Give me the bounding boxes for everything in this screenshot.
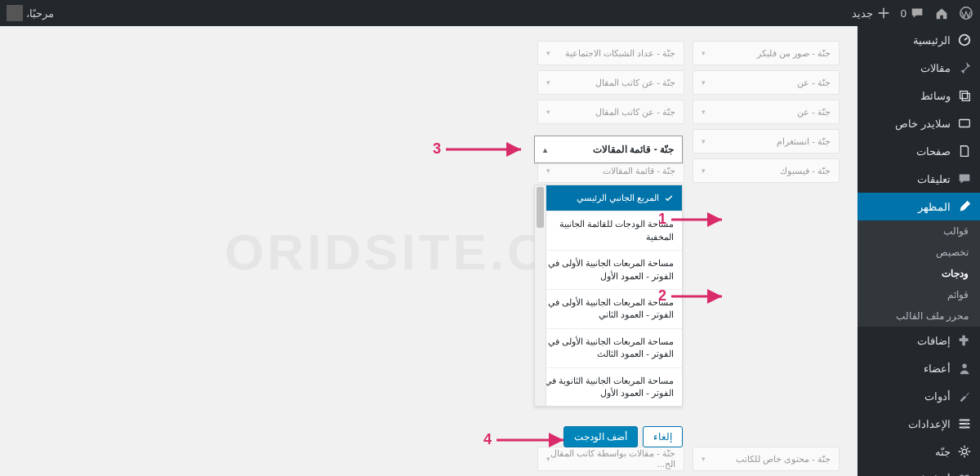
location-option[interactable]: مساحة المربعات الجانبية الأولى في الفوتر… [535, 329, 682, 368]
annotation-number: 1 [658, 211, 666, 228]
chevron-down-icon: ▾ [702, 167, 706, 175]
annotation-4: 4 [479, 431, 570, 448]
menu-appearance[interactable]: المظهر [858, 193, 980, 220]
comments-icon [957, 171, 972, 186]
workspace: ORIDSITE.C جنّة - صور من فليكر▾ جنّة - ع… [0, 26, 858, 476]
widget-box[interactable]: جنّة - عن▾ [693, 70, 840, 95]
chevron-down-icon: ▾ [702, 137, 706, 145]
chevron-down-icon: ▾ [546, 455, 550, 463]
svg-point-7 [962, 449, 966, 453]
gear-icon [957, 444, 972, 459]
menu-media[interactable]: وسائط [858, 82, 980, 109]
wordpress-icon[interactable] [959, 6, 973, 20]
chevron-down-icon: ▾ [702, 455, 706, 463]
widget-box[interactable]: جنّة - عن▾ [693, 100, 840, 124]
location-option-selected[interactable]: المربع الجانبي الرئيسي [535, 185, 682, 211]
widget-box-label: جنّة - محتوى خاص للكاتب [736, 454, 831, 465]
new-label: جديد [852, 7, 873, 20]
widgets-col-1: جنّة - صور من فليكر▾ جنّة - عن▾ جنّة - ع… [693, 41, 840, 183]
location-label: مساحة المربعات الجانبية الأولى في الفوتر… [548, 336, 674, 358]
available-widgets-bottom: جنّة - محتوى خاص للكاتب▾ جنّة - مقالات ب… [537, 447, 840, 471]
widget-box[interactable]: جنّة - عن كاتب المقال▾ [537, 70, 684, 95]
menu-posts[interactable]: مقالات [858, 54, 980, 82]
menu-settings[interactable]: الإعدادات [858, 410, 980, 438]
menu-comments[interactable]: تعليقات [858, 165, 980, 193]
admin-sidebar: الرئيسية مقالات وسائط سلايدر خاص صفحات ت… [858, 26, 980, 476]
comments-count[interactable]: 0 [901, 6, 924, 20]
svg-point-4 [961, 419, 964, 422]
widget-box[interactable]: جنّة - محتوى خاص للكاتب▾ [693, 447, 840, 471]
widget-box-label: جنّة - عداد الشبكات الاجتماعية [565, 48, 675, 59]
widget-box[interactable]: جنّة - عن كاتب المقال▾ [537, 100, 684, 124]
widget-selected[interactable]: جنّة - قائمة المقالات ▴ [534, 136, 683, 163]
chevron-down-icon: ▾ [702, 78, 706, 87]
chevron-down-icon: ▾ [702, 108, 706, 116]
submenu-customize[interactable]: تخصيص [858, 242, 980, 263]
widget-box[interactable]: جنّة - فيسبوك▾ [693, 158, 840, 183]
widget-box[interactable]: جنّة - مقالات بواسطة كاتب المقال الح...▾ [537, 447, 684, 471]
dashboard-icon [957, 33, 972, 47]
menu-label: جنّه [935, 446, 951, 458]
chevron-down-icon: ▾ [546, 78, 550, 87]
cancel-button[interactable]: إلغاء [643, 426, 683, 447]
annotation-number: 2 [658, 287, 666, 305]
menu-slider[interactable]: سلايدر خاص [858, 109, 980, 137]
menu-label: أعضاء [924, 363, 951, 375]
location-option[interactable]: مساحة المربعات الجانبية الثانوية في الفو… [535, 368, 682, 407]
arrow-icon [671, 211, 728, 228]
home-icon[interactable] [934, 6, 949, 20]
avatar [7, 5, 23, 21]
menu-label: صفحات [916, 145, 951, 158]
menu-dashboard[interactable]: الرئيسية [858, 26, 980, 54]
annotation-2: 2 [653, 287, 728, 305]
comment-count-value: 0 [901, 7, 906, 20]
svg-rect-2 [960, 120, 970, 127]
widget-box-label: جنّة - عن كاتب المقال [595, 107, 675, 118]
annotation-number: 4 [483, 431, 492, 448]
svg-point-5 [965, 422, 969, 425]
menu-plugins[interactable]: إضافات [858, 327, 980, 354]
submenu-widgets[interactable]: ودجات [858, 263, 980, 284]
menu-label: وسائط [920, 90, 951, 102]
menu-jannah[interactable]: جنّه [858, 438, 980, 465]
chevron-down-icon: ▾ [702, 49, 706, 57]
menu-arqam[interactable]: أرقام لايت [858, 465, 980, 476]
menu-label: إضافات [917, 335, 951, 347]
menu-label: أدوات [924, 390, 951, 403]
user-icon [957, 361, 972, 376]
page-icon [957, 144, 972, 158]
widget-box[interactable]: جنّة - انستغرام▾ [693, 129, 840, 153]
menu-pages[interactable]: صفحات [858, 137, 980, 165]
widget-box-label: جنّة - فيسبوك [780, 166, 831, 176]
widget-box[interactable]: جنّة - صور من فليكر▾ [693, 41, 840, 65]
widget-box[interactable]: جنّة - عداد الشبكات الاجتماعية▾ [537, 41, 684, 65]
menu-label: الإعدادات [908, 418, 951, 430]
annotation-number: 3 [433, 140, 441, 158]
chevron-down-icon: ▾ [546, 49, 550, 57]
chevron-up-icon: ▴ [543, 145, 547, 154]
scrollbar[interactable] [535, 185, 546, 406]
widget-box-label: جنّة - عن كاتب المقال [595, 78, 675, 88]
submenu-menus[interactable]: قوائم [858, 284, 980, 305]
add-widget-button[interactable]: أضف الودجت [564, 426, 638, 447]
menu-label: الرئيسية [913, 34, 951, 47]
menu-label: أرقام لايت [905, 474, 951, 477]
heart-icon [957, 472, 972, 476]
new-content[interactable]: جديد [852, 6, 891, 20]
submenu-editor[interactable]: محرر ملف القالب [858, 305, 980, 327]
admin-bar: 0 جديد مرحبًا، [0, 0, 980, 26]
appearance-submenu: قوالب تخصيص ودجات قوائم محرر ملف القالب [858, 220, 980, 327]
check-icon [664, 194, 674, 203]
brush-icon [957, 199, 972, 214]
menu-users[interactable]: أعضاء [858, 354, 980, 382]
chevron-down-icon: ▾ [546, 108, 550, 116]
pin-icon [957, 60, 972, 75]
location-label: مساحة المربعات الجانبية الثانوية في الفو… [545, 376, 674, 398]
greeting[interactable]: مرحبًا، [7, 5, 54, 21]
location-option[interactable]: مساحة المربعات الجانبية الأولى في الفوتر… [535, 251, 682, 290]
submenu-themes[interactable]: قوالب [858, 220, 980, 242]
sliders-icon [957, 416, 972, 431]
menu-tools[interactable]: أدوات [858, 382, 980, 410]
comment-icon [910, 6, 924, 20]
arrow-icon [497, 432, 570, 448]
